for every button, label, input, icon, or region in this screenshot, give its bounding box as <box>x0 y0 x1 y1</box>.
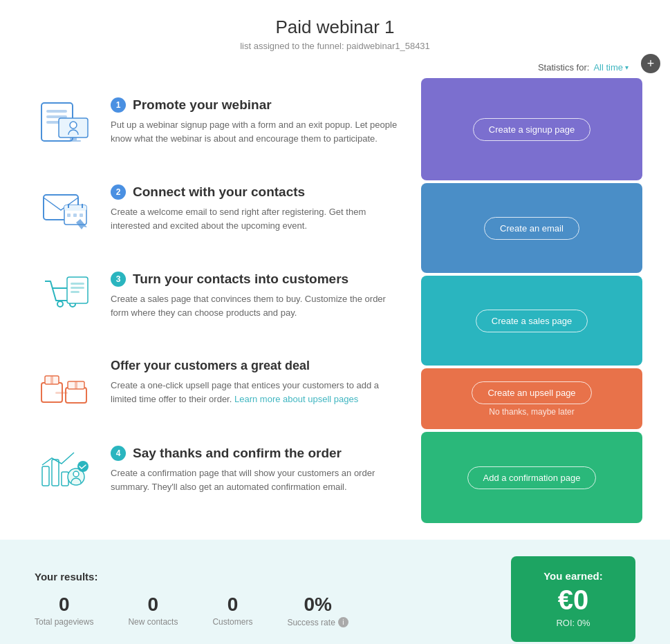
results-section: Your results: 0 Total pageviews 0 New co… <box>0 540 670 644</box>
stat-pageviews: 0 Total pageviews <box>35 594 93 627</box>
svg-rect-14 <box>73 214 77 217</box>
step-1-text: 1 Promote your webinar Put up a webinar … <box>111 97 400 145</box>
step-1-badge: 1 <box>111 97 126 113</box>
stats-label: Statistics for: <box>538 62 589 73</box>
svg-rect-6 <box>66 140 81 142</box>
page-wrapper: Paid webinar 1 list assigned to the funn… <box>0 0 670 644</box>
svg-rect-1 <box>46 110 67 113</box>
stats-dropdown-value: All time <box>593 62 623 73</box>
stat-customers-desc: Customers <box>212 617 252 627</box>
svg-rect-29 <box>42 466 49 486</box>
svg-rect-19 <box>71 283 84 285</box>
step-4-badge: 4 <box>111 446 126 461</box>
step-3-desc: Create a sales page that convinces them … <box>111 292 400 319</box>
stat-customers-value: 0 <box>212 594 252 616</box>
step-4-title: Say thanks and confirm the order <box>133 446 342 461</box>
step-2-badge: 2 <box>111 184 126 200</box>
steps-list: 1 Promote your webinar Put up a webinar … <box>35 78 421 526</box>
stat-pageviews-value: 0 <box>35 594 93 616</box>
svg-rect-25 <box>66 388 86 403</box>
funnel-card-upsell: Create an upsell page No thanks, maybe l… <box>421 368 642 429</box>
add-button[interactable]: + <box>641 54 660 73</box>
step-3: 3 Turn your contacts into customers Crea… <box>35 252 400 339</box>
create-sales-page-button[interactable]: Create a sales page <box>476 310 588 332</box>
upsell-learn-more-link[interactable]: Learn more about upsell pages <box>234 394 358 404</box>
svg-rect-30 <box>52 460 59 486</box>
earned-card: You earned: €0 ROI: 0% <box>511 556 635 642</box>
step-upsell-desc: Create a one-click upsell page that enti… <box>111 379 400 406</box>
step-2: 2 Connect with your contacts Create a we… <box>35 165 400 252</box>
add-confirmation-page-button[interactable]: Add a confirmation page <box>467 466 597 489</box>
step-4: 4 Say thanks and confirm the order Creat… <box>35 426 400 513</box>
step-1-title: Promote your webinar <box>133 97 272 113</box>
page-subtitle: list assigned to the funnel: paidwebinar… <box>0 41 670 51</box>
funnel-card-email: Create an email <box>421 183 642 273</box>
stat-contacts-desc: New contacts <box>128 617 178 627</box>
svg-rect-27 <box>75 381 77 389</box>
svg-rect-10 <box>64 205 86 211</box>
svg-rect-15 <box>80 214 83 217</box>
svg-rect-21 <box>71 291 80 293</box>
step-1-desc: Put up a webinar signup page with a form… <box>111 118 400 145</box>
step-3-badge: 3 <box>111 272 126 287</box>
funnel-card-confirmation: Add a confirmation page <box>421 432 642 523</box>
svg-point-16 <box>57 301 63 307</box>
info-icon[interactable]: i <box>338 617 348 627</box>
stat-customers: 0 Customers <box>212 594 252 627</box>
stats-dropdown[interactable]: All time ▾ <box>593 62 629 73</box>
step-upsell-icon <box>35 359 97 407</box>
step-2-text: 2 Connect with your contacts Create a we… <box>111 184 400 232</box>
step-2-title: Connect with your contacts <box>133 184 305 200</box>
svg-rect-5 <box>70 138 77 140</box>
earned-roi: ROI: 0% <box>525 618 622 628</box>
results-label: Your results: <box>35 571 504 583</box>
chevron-down-icon: ▾ <box>625 64 629 71</box>
step-upsell-text: Offer your customers a great deal Create… <box>111 359 400 406</box>
upsell-no-thanks[interactable]: No thanks, maybe later <box>489 407 574 417</box>
results-left: Your results: 0 Total pageviews 0 New co… <box>35 571 504 627</box>
results-stats: 0 Total pageviews 0 New contacts 0 Custo… <box>35 594 504 627</box>
stat-pageviews-desc: Total pageviews <box>35 617 93 627</box>
step-4-text: 4 Say thanks and confirm the order Creat… <box>111 446 400 493</box>
svg-rect-20 <box>71 287 84 289</box>
main-content: 1 Promote your webinar Put up a webinar … <box>0 78 670 526</box>
page-header: Paid webinar 1 list assigned to the funn… <box>0 0 670 57</box>
stats-bar: Statistics for: All time ▾ <box>0 57 670 78</box>
step-1: 1 Promote your webinar Put up a webinar … <box>35 78 400 165</box>
svg-rect-24 <box>50 376 53 384</box>
stat-contacts-value: 0 <box>128 594 178 616</box>
earned-amount: €0 <box>525 586 622 614</box>
create-signup-page-button[interactable]: Create a signup page <box>473 118 590 141</box>
svg-rect-3 <box>46 121 60 124</box>
svg-point-7 <box>70 122 77 129</box>
step-3-title: Turn your contacts into customers <box>133 272 348 287</box>
step-3-text: 3 Turn your contacts into customers Crea… <box>111 272 400 319</box>
svg-rect-28 <box>55 392 68 394</box>
svg-rect-18 <box>67 277 88 303</box>
svg-rect-31 <box>62 472 68 486</box>
step-4-desc: Create a confirmation page that will sho… <box>111 466 400 493</box>
step-3-icon <box>35 272 97 320</box>
svg-point-33 <box>73 471 79 477</box>
svg-rect-13 <box>67 214 71 217</box>
funnel-card-signup: Create a signup page <box>421 78 642 180</box>
step-upsell-title: Offer your customers a great deal <box>111 359 310 373</box>
page-title: Paid webinar 1 <box>0 17 670 38</box>
earned-label: You earned: <box>525 570 622 582</box>
funnel-card-sales: Create a sales page <box>421 276 642 366</box>
create-email-button[interactable]: Create an email <box>484 217 579 240</box>
stat-success-rate-desc: Success rate i <box>287 617 348 627</box>
step-2-icon <box>35 184 97 233</box>
funnel-cards: Create a signup page Create an email Cre… <box>421 78 642 526</box>
step-2-desc: Create a welcome email to send right aft… <box>111 205 400 232</box>
stat-contacts: 0 New contacts <box>128 594 178 627</box>
stat-success-rate-value: 0% <box>287 594 348 616</box>
create-upsell-page-button[interactable]: Create an upsell page <box>472 381 591 404</box>
step-4-icon <box>35 446 97 494</box>
stat-success-rate: 0% Success rate i <box>287 594 348 627</box>
step-upsell: Offer your customers a great deal Create… <box>35 339 400 426</box>
step-1-icon <box>35 97 97 146</box>
